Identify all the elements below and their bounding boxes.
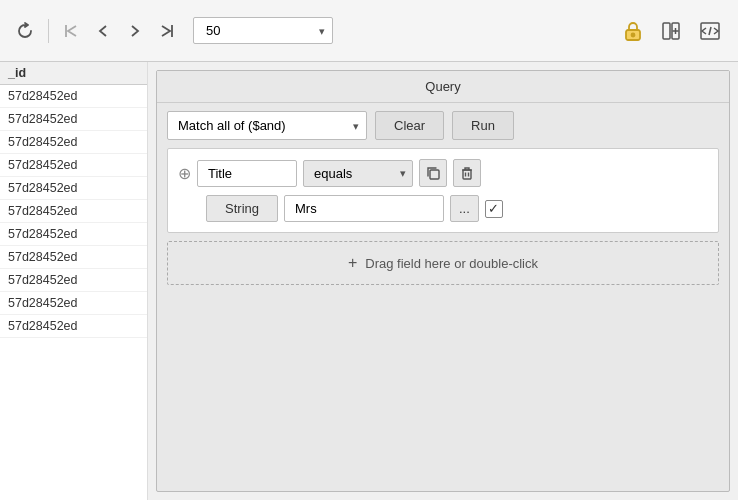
delete-filter-button[interactable] <box>453 159 481 187</box>
match-wrapper: Match all of ($and) Match any of ($or) ▾ <box>167 111 367 140</box>
run-button[interactable]: Run <box>452 111 514 140</box>
clear-button[interactable]: Clear <box>375 111 444 140</box>
filter-check-icon[interactable]: ✓ <box>485 200 503 218</box>
filter-operator-select[interactable]: equals not equals contains exists <box>303 160 413 187</box>
filter-field-row: ⊕ equals not equals contains exists ▾ <box>178 159 708 187</box>
sidebar-header: _id <box>0 62 147 85</box>
main-area: _id 57d28452ed 57d28452ed 57d28452ed 57d… <box>0 62 738 500</box>
nav-prev-button[interactable] <box>89 19 117 43</box>
refresh-button[interactable] <box>10 18 40 44</box>
add-column-button[interactable] <box>654 17 688 45</box>
operator-wrapper: equals not equals contains exists ▾ <box>303 160 413 187</box>
svg-rect-4 <box>663 23 670 39</box>
toolbar: 25 50 100 250 ▾ <box>0 0 738 62</box>
page-size-select[interactable]: 25 50 100 250 <box>193 17 333 44</box>
svg-rect-10 <box>430 170 439 179</box>
filter-field-input[interactable] <box>197 160 297 187</box>
svg-rect-11 <box>463 170 471 179</box>
list-item: 57d28452ed <box>0 85 147 108</box>
lock-button[interactable] <box>616 16 650 46</box>
list-item: 57d28452ed <box>0 131 147 154</box>
list-item: 57d28452ed <box>0 315 147 338</box>
list-item: 57d28452ed <box>0 200 147 223</box>
plus-icon: + <box>348 254 357 272</box>
query-toolbar: Match all of ($and) Match any of ($or) ▾… <box>157 103 729 148</box>
list-item: 57d28452ed <box>0 154 147 177</box>
copy-filter-button[interactable] <box>419 159 447 187</box>
separator-1 <box>48 19 49 43</box>
list-item: 57d28452ed <box>0 223 147 246</box>
nav-first-button[interactable] <box>57 19 85 43</box>
filter-container: ⊕ equals not equals contains exists ▾ <box>167 148 719 233</box>
svg-line-9 <box>709 27 711 35</box>
filter-browse-button[interactable]: ... <box>450 195 479 222</box>
nav-next-button[interactable] <box>121 19 149 43</box>
list-item: 57d28452ed <box>0 246 147 269</box>
page-size-wrapper: 25 50 100 250 ▾ <box>193 17 333 44</box>
list-item: 57d28452ed <box>0 177 147 200</box>
drag-drop-zone[interactable]: + Drag field here or double-click <box>167 241 719 285</box>
drag-handle-icon[interactable]: ⊕ <box>178 164 191 183</box>
sidebar: _id 57d28452ed 57d28452ed 57d28452ed 57d… <box>0 62 148 500</box>
list-item: 57d28452ed <box>0 108 147 131</box>
svg-point-3 <box>632 33 635 36</box>
filter-value-input[interactable] <box>284 195 444 222</box>
type-button[interactable]: String <box>206 195 278 222</box>
list-item: 57d28452ed <box>0 292 147 315</box>
query-title: Query <box>157 71 729 103</box>
query-panel: Query Match all of ($and) Match any of (… <box>156 70 730 492</box>
code-button[interactable] <box>692 17 728 45</box>
match-select[interactable]: Match all of ($and) Match any of ($or) <box>167 111 367 140</box>
filter-value-row: String ... ✓ <box>206 195 708 222</box>
list-item: 57d28452ed <box>0 269 147 292</box>
drag-drop-label: Drag field here or double-click <box>365 256 538 271</box>
nav-last-button[interactable] <box>153 19 181 43</box>
